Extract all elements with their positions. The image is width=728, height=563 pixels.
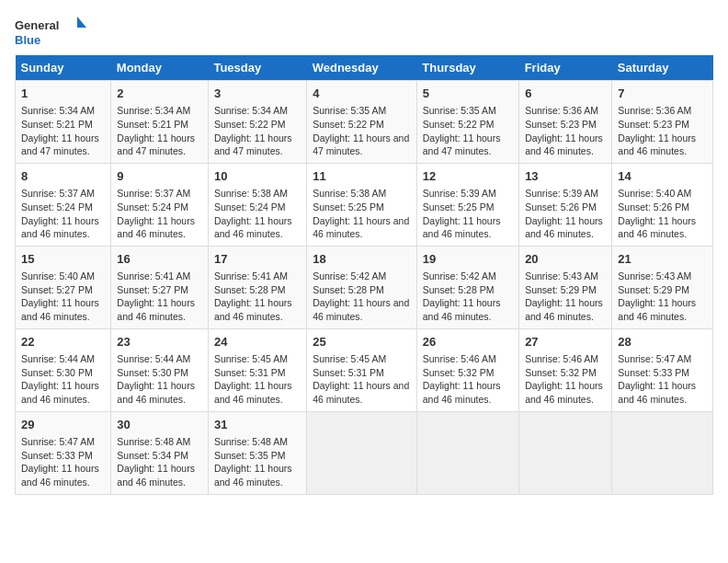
sunset: Sunset: 5:33 PM	[21, 450, 93, 461]
sunrise: Sunrise: 5:45 AM	[214, 353, 288, 364]
sunrise: Sunrise: 5:46 AM	[423, 353, 496, 364]
sunset: Sunset: 5:33 PM	[618, 367, 689, 378]
sunrise: Sunrise: 5:44 AM	[117, 353, 190, 364]
sunset: Sunset: 5:32 PM	[423, 367, 495, 378]
daylight: Daylight: 11 hours and 46 minutes.	[525, 380, 603, 405]
day-number: 24	[214, 334, 301, 350]
sunrise: Sunrise: 5:38 AM	[313, 188, 386, 199]
day-number: 11	[313, 168, 411, 185]
day-number: 25	[313, 334, 411, 350]
sunrise: Sunrise: 5:35 AM	[423, 105, 496, 116]
sunrise: Sunrise: 5:36 AM	[525, 105, 598, 116]
calendar-cell: 8 Sunrise: 5:37 AM Sunset: 5:24 PM Dayli…	[16, 163, 111, 246]
calendar-cell: 1 Sunrise: 5:34 AM Sunset: 5:21 PM Dayli…	[16, 81, 111, 164]
sunrise: Sunrise: 5:36 AM	[618, 105, 691, 116]
sunset: Sunset: 5:26 PM	[525, 201, 597, 213]
calendar-cell: 22 Sunrise: 5:44 AM Sunset: 5:30 PM Dayl…	[16, 328, 111, 411]
calendar-cell: 14 Sunrise: 5:40 AM Sunset: 5:26 PM Dayl…	[612, 163, 713, 246]
daylight: Daylight: 11 hours and 46 minutes.	[117, 463, 195, 488]
sunrise: Sunrise: 5:40 AM	[21, 270, 95, 282]
calendar-cell: 24 Sunrise: 5:45 AM Sunset: 5:31 PM Dayl…	[208, 328, 306, 411]
sunrise: Sunrise: 5:47 AM	[618, 353, 691, 364]
day-number: 14	[618, 168, 707, 185]
daylight: Daylight: 11 hours and 46 minutes.	[21, 463, 99, 488]
calendar-cell: 4 Sunrise: 5:35 AM Sunset: 5:22 PM Dayli…	[307, 81, 417, 164]
sunrise: Sunrise: 5:48 AM	[214, 436, 288, 447]
calendar-cell	[307, 411, 417, 494]
sunrise: Sunrise: 5:38 AM	[214, 188, 288, 199]
day-number: 15	[21, 251, 105, 268]
day-number: 31	[214, 417, 301, 433]
calendar-week-3: 15 Sunrise: 5:40 AM Sunset: 5:27 PM Dayl…	[16, 246, 713, 328]
daylight: Daylight: 11 hours and 46 minutes.	[214, 463, 292, 488]
sunset: Sunset: 5:28 PM	[313, 284, 384, 295]
day-number: 18	[313, 251, 411, 268]
svg-text:General: General	[15, 18, 59, 32]
header-friday: Friday	[519, 55, 612, 81]
day-number: 28	[618, 334, 707, 350]
sunrise: Sunrise: 5:46 AM	[525, 353, 598, 364]
sunset: Sunset: 5:25 PM	[423, 201, 495, 213]
sunset: Sunset: 5:22 PM	[423, 119, 495, 130]
calendar-cell: 23 Sunrise: 5:44 AM Sunset: 5:30 PM Dayl…	[111, 328, 209, 411]
daylight: Daylight: 11 hours and 46 minutes.	[313, 215, 409, 240]
sunset: Sunset: 5:21 PM	[117, 119, 188, 130]
day-number: 26	[423, 334, 513, 350]
calendar-cell: 5 Sunrise: 5:35 AM Sunset: 5:22 PM Dayli…	[416, 81, 518, 164]
sunset: Sunset: 5:22 PM	[313, 119, 384, 130]
day-number: 12	[423, 168, 513, 185]
calendar-cell: 15 Sunrise: 5:40 AM Sunset: 5:27 PM Dayl…	[16, 246, 111, 328]
sunset: Sunset: 5:29 PM	[618, 284, 689, 295]
day-number: 4	[313, 86, 411, 102]
day-number: 27	[525, 334, 606, 350]
day-number: 19	[423, 251, 513, 268]
header-row: SundayMondayTuesdayWednesdayThursdayFrid…	[16, 55, 713, 81]
sunset: Sunset: 5:24 PM	[214, 201, 286, 213]
sunrise: Sunrise: 5:35 AM	[313, 105, 386, 116]
sunrise: Sunrise: 5:44 AM	[21, 353, 95, 364]
logo: General Blue	[15, 15, 88, 52]
day-number: 3	[214, 86, 301, 102]
daylight: Daylight: 11 hours and 46 minutes.	[313, 380, 409, 405]
daylight: Daylight: 11 hours and 46 minutes.	[618, 215, 696, 240]
sunset: Sunset: 5:25 PM	[313, 201, 384, 213]
daylight: Daylight: 11 hours and 47 minutes.	[214, 132, 292, 157]
calendar-cell: 18 Sunrise: 5:42 AM Sunset: 5:28 PM Dayl…	[307, 246, 417, 328]
daylight: Daylight: 11 hours and 46 minutes.	[214, 215, 292, 240]
calendar-cell: 7 Sunrise: 5:36 AM Sunset: 5:23 PM Dayli…	[612, 81, 713, 164]
calendar-cell: 11 Sunrise: 5:38 AM Sunset: 5:25 PM Dayl…	[307, 163, 417, 246]
sunset: Sunset: 5:31 PM	[313, 367, 384, 378]
sunrise: Sunrise: 5:40 AM	[618, 188, 691, 199]
daylight: Daylight: 11 hours and 46 minutes.	[525, 297, 603, 322]
header-wednesday: Wednesday	[307, 55, 417, 81]
sunrise: Sunrise: 5:47 AM	[21, 436, 95, 447]
calendar-week-4: 22 Sunrise: 5:44 AM Sunset: 5:30 PM Dayl…	[16, 328, 713, 411]
header-tuesday: Tuesday	[208, 55, 306, 81]
sunrise: Sunrise: 5:34 AM	[117, 105, 190, 116]
page-header: General Blue	[15, 15, 713, 52]
sunrise: Sunrise: 5:43 AM	[618, 270, 691, 282]
day-number: 17	[214, 251, 301, 268]
calendar-cell	[612, 411, 713, 494]
sunset: Sunset: 5:27 PM	[21, 284, 93, 295]
sunset: Sunset: 5:28 PM	[423, 284, 495, 295]
daylight: Daylight: 11 hours and 46 minutes.	[618, 380, 696, 405]
daylight: Daylight: 11 hours and 46 minutes.	[214, 380, 292, 405]
sunset: Sunset: 5:23 PM	[618, 119, 689, 130]
daylight: Daylight: 11 hours and 46 minutes.	[423, 297, 501, 322]
daylight: Daylight: 11 hours and 46 minutes.	[117, 380, 195, 405]
day-number: 20	[525, 251, 606, 268]
daylight: Daylight: 11 hours and 46 minutes.	[618, 297, 696, 322]
svg-marker-2	[77, 17, 86, 28]
daylight: Daylight: 11 hours and 47 minutes.	[423, 132, 501, 157]
logo-icon: General Blue	[15, 15, 88, 52]
header-saturday: Saturday	[612, 55, 713, 81]
calendar-cell: 30 Sunrise: 5:48 AM Sunset: 5:34 PM Dayl…	[111, 411, 209, 494]
sunrise: Sunrise: 5:37 AM	[117, 188, 190, 199]
day-number: 7	[618, 86, 707, 102]
calendar-table: SundayMondayTuesdayWednesdayThursdayFrid…	[15, 55, 713, 495]
sunset: Sunset: 5:30 PM	[21, 367, 93, 378]
calendar-week-1: 1 Sunrise: 5:34 AM Sunset: 5:21 PM Dayli…	[16, 81, 713, 164]
calendar-cell: 19 Sunrise: 5:42 AM Sunset: 5:28 PM Dayl…	[416, 246, 518, 328]
sunset: Sunset: 5:29 PM	[525, 284, 597, 295]
